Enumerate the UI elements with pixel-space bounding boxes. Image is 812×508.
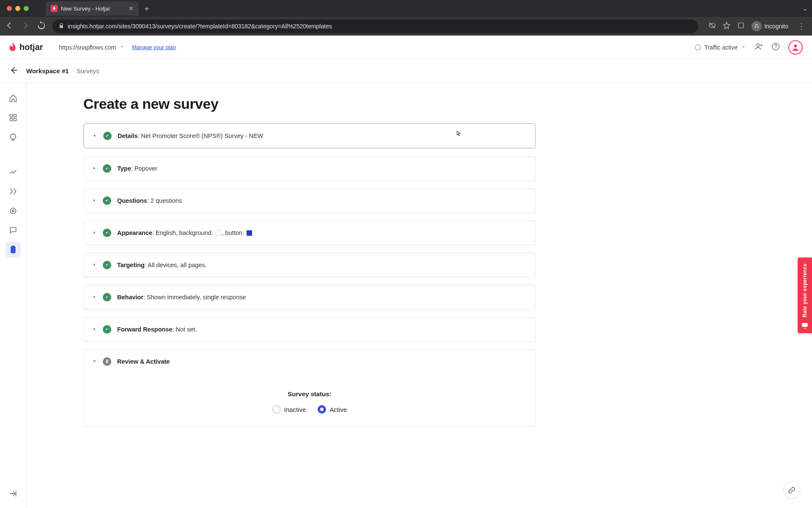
invite-user-button[interactable] [754, 42, 763, 52]
step-details[interactable]: Details: Net Promoter Score® (NPS®) Surv… [83, 123, 536, 149]
step-targeting[interactable]: Targeting: All devices, all pages. [83, 253, 536, 277]
feedback-icon [801, 322, 809, 329]
chevron-right-icon [93, 133, 97, 139]
nav-dashboards[interactable] [5, 110, 21, 125]
chevron-right-icon [92, 294, 97, 301]
review-header[interactable]: 8 Review & Activate [84, 350, 535, 373]
radio-icon [318, 405, 326, 414]
chevron-down-icon [92, 358, 97, 365]
step-label: Type [117, 165, 131, 172]
nav-trends[interactable] [5, 164, 21, 179]
radio-label: Active [329, 406, 347, 413]
step-value: : Net Promoter Score® (NPS®) Survey - NE… [138, 133, 263, 139]
check-icon [103, 164, 111, 173]
browser-tab[interactable]: New Survey - Hotjar ✕ [46, 1, 139, 16]
nav-highlights[interactable] [5, 130, 21, 145]
traffic-dot-icon [695, 44, 701, 50]
feedback-side-tab[interactable]: Rate your experience [798, 257, 812, 333]
step-appearance[interactable]: Appearance: English, background: , butto… [83, 221, 536, 245]
window-minimize-icon[interactable] [15, 6, 20, 11]
svg-rect-13 [802, 323, 808, 327]
user-avatar[interactable] [788, 40, 803, 55]
extensions-icon[interactable] [737, 22, 745, 31]
incognito-icon [752, 21, 762, 31]
page-title: Create a new survey [83, 96, 536, 112]
appearance-mid: , button: [222, 229, 246, 236]
step-label: Review & Activate [117, 358, 170, 365]
browser-menu-icon[interactable]: ⋮ [798, 22, 805, 31]
step-questions[interactable]: Questions: 2 questions [83, 188, 536, 213]
breadcrumb-bar: Workspace #1 Surveys [0, 59, 812, 83]
svg-rect-7 [10, 119, 12, 121]
chevron-right-icon [92, 197, 97, 204]
check-icon [103, 132, 112, 140]
radio-active[interactable]: Active [318, 405, 347, 414]
chevron-down-icon [741, 44, 746, 51]
nav-heatmaps[interactable] [5, 203, 21, 218]
bookmark-star-icon[interactable] [723, 22, 730, 31]
window-close-icon[interactable] [7, 6, 12, 11]
step-value: : All devices, all pages. [145, 262, 207, 268]
new-tab-button[interactable]: ＋ [143, 3, 151, 14]
tab-title: New Survey - Hotjar [61, 6, 110, 12]
nav-recordings[interactable] [5, 184, 21, 199]
svg-point-10 [10, 208, 16, 213]
traffic-status[interactable]: Traffic active [695, 44, 746, 51]
incognito-label: Incognito [764, 23, 788, 30]
left-nav [0, 83, 26, 508]
button-color-swatch [247, 230, 252, 236]
check-icon [103, 293, 111, 301]
browser-toolbar: insights.hotjar.com/sites/3090413/survey… [0, 17, 812, 36]
svg-rect-8 [14, 119, 16, 121]
step-forward-response[interactable]: Forward Response: Not set. [83, 317, 536, 342]
address-bar[interactable]: insights.hotjar.com/sites/3090413/survey… [52, 19, 698, 33]
nav-collapse[interactable] [9, 489, 17, 500]
step-value: : Popover [131, 165, 157, 172]
step-behavior[interactable]: Behavior: Shown immediately, single resp… [83, 285, 536, 309]
share-link-fab[interactable] [783, 482, 800, 499]
radio-inactive[interactable]: Inactive [272, 405, 306, 414]
tabstrip-expand-icon[interactable]: ⌄ [803, 5, 808, 12]
svg-rect-12 [12, 246, 14, 247]
nav-back-button[interactable] [4, 21, 14, 31]
site-label: https://snapflows.com [59, 44, 116, 51]
lock-icon [58, 23, 64, 30]
check-icon [103, 261, 111, 269]
nav-feedback[interactable] [5, 223, 21, 238]
breadcrumb-section[interactable]: Surveys [77, 67, 99, 75]
breadcrumb-workspace[interactable]: Workspace #1 [26, 67, 69, 75]
bg-color-swatch [216, 230, 221, 236]
step-label: Behavior [117, 294, 143, 301]
traffic-label: Traffic active [704, 44, 738, 51]
hotjar-flame-icon [9, 43, 17, 52]
chevron-right-icon [92, 262, 97, 268]
step-value: : Not set. [173, 326, 197, 333]
step-label: Details [118, 133, 138, 139]
svg-point-4 [794, 44, 797, 47]
site-selector[interactable]: https://snapflows.com [59, 44, 125, 51]
nav-reload-button[interactable] [36, 21, 47, 31]
feedback-tab-label: Rate your experience [802, 263, 808, 317]
window-zoom-icon[interactable] [24, 6, 29, 11]
help-button[interactable] [771, 42, 780, 52]
back-button[interactable] [9, 66, 19, 77]
nav-home[interactable] [5, 91, 21, 106]
step-label: Appearance [117, 229, 152, 236]
manage-plan-link[interactable]: Manage your plan [132, 44, 176, 50]
appearance-prefix: : English, background: [152, 229, 215, 236]
nav-surveys[interactable] [5, 242, 21, 257]
tab-close-icon[interactable]: ✕ [129, 6, 134, 11]
svg-rect-0 [738, 23, 743, 28]
step-label: Questions [117, 197, 147, 204]
chevron-right-icon [92, 326, 97, 333]
step-type[interactable]: Type: Popover [83, 156, 536, 181]
svg-rect-5 [10, 115, 12, 117]
breadcrumb: Workspace #1 Surveys [26, 67, 99, 75]
incognito-indicator[interactable]: Incognito [752, 21, 788, 31]
eye-off-icon[interactable] [708, 22, 716, 31]
cursor-pointer-icon [454, 130, 462, 140]
step-value: : Shown immediately, single response [143, 294, 246, 301]
survey-status-heading: Survey status: [92, 390, 527, 398]
hotjar-logo[interactable]: hotjar [9, 42, 43, 52]
favicon-icon [51, 5, 58, 12]
